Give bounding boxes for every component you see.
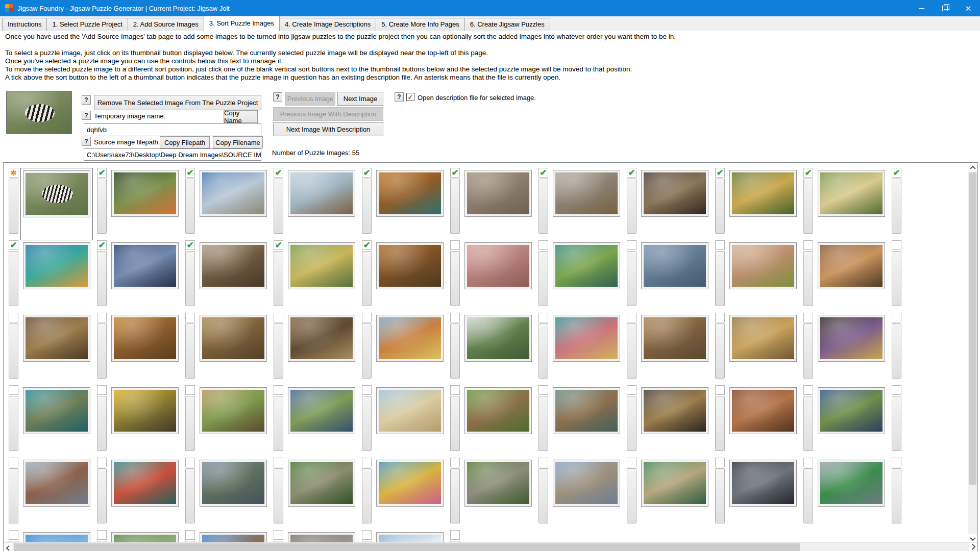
thumbnail-button-fawn-in-leaves[interactable]: [20, 313, 93, 385]
vertical-sort-button[interactable]: [627, 179, 636, 234]
thumbnail-button-canal-bridge-street[interactable]: [197, 458, 270, 530]
thumbnail-button-two-horses-pasture[interactable]: [462, 385, 534, 458]
vertical-sort-button[interactable]: [803, 468, 813, 523]
thumbnail-button-macaw-parrots[interactable]: [20, 240, 93, 313]
thumbnail-button-green-eye-closeup[interactable]: [727, 240, 799, 313]
temporary-image-name-input[interactable]: dqhfvb: [84, 123, 261, 136]
thumbnail-button-forest-stream-stones[interactable]: [727, 168, 799, 240]
scroll-left-button[interactable]: [4, 543, 12, 551]
vertical-sort-button[interactable]: [715, 251, 725, 306]
vertical-sort-button[interactable]: [274, 179, 283, 234]
vertical-sort-button[interactable]: [185, 323, 195, 379]
vertical-sort-button[interactable]: [538, 179, 548, 234]
minimize-button[interactable]: [910, 0, 933, 16]
vertical-sort-button[interactable]: [892, 251, 901, 306]
thumbnail-button-stone-archway-passage[interactable]: [639, 313, 711, 385]
scroll-right-button[interactable]: [969, 543, 977, 551]
vertical-sort-button[interactable]: [803, 179, 813, 234]
help-remove-icon[interactable]: ?: [82, 95, 91, 105]
vertical-sort-button[interactable]: [97, 179, 107, 234]
vertical-sort-button[interactable]: [97, 468, 107, 523]
vertical-sort-button[interactable]: [9, 251, 18, 306]
horizontal-scrollbar-thumb[interactable]: [14, 543, 800, 551]
tab-instructions[interactable]: Instructions: [2, 18, 47, 31]
vertical-sort-button[interactable]: [274, 468, 283, 523]
thumbnail-button-apples-and-jar[interactable]: [109, 168, 181, 240]
thumbnail-button-wooden-boats-harbor[interactable]: [197, 240, 270, 313]
vertical-sort-button[interactable]: [362, 396, 372, 451]
thumbnail-button-discus-fish-aquarium[interactable]: [374, 458, 446, 530]
vertical-sort-button[interactable]: [715, 179, 725, 234]
thumbnail-button-horses-at-trough[interactable]: [550, 385, 623, 458]
thumbnail-button-cruise-ship-sky[interactable]: [374, 530, 446, 543]
vertical-sort-button[interactable]: [627, 396, 636, 451]
vertical-scrollbar-thumb[interactable]: [969, 172, 976, 485]
thumbnail-button-stone-ruin-cottage[interactable]: [462, 458, 534, 530]
vertical-sort-button[interactable]: [362, 251, 372, 306]
thumbnail-button-skyline-blue-sky[interactable]: [20, 530, 93, 543]
source-filepath-input[interactable]: C:\Users\axe73\Desktop\Deep Dream Images…: [84, 148, 261, 161]
vertical-sort-button[interactable]: [97, 323, 107, 379]
vertical-sort-button[interactable]: [185, 468, 195, 523]
thumbnail-button-forest-waterfall[interactable]: [462, 313, 534, 385]
vertical-sort-button[interactable]: [274, 251, 283, 306]
thumbnail-button-grapes-cheese-still-life[interactable]: [815, 313, 888, 385]
open-description-checkbox[interactable]: ✓: [406, 93, 414, 101]
close-button[interactable]: ✕: [957, 0, 980, 16]
thumbnail-button-scarf-woman-portrait[interactable]: [462, 240, 534, 313]
vertical-sort-button[interactable]: [450, 468, 460, 523]
vertical-sort-button[interactable]: [450, 179, 460, 234]
vertical-sort-button[interactable]: [450, 396, 460, 451]
thumbnail-button-dog-group-portrait[interactable]: [285, 168, 358, 240]
vertical-sort-button[interactable]: [627, 323, 636, 379]
vertical-sort-button[interactable]: [362, 468, 372, 523]
thumbnail-button-wooden-coaster-clouds[interactable]: [197, 530, 270, 543]
vertical-sort-button[interactable]: [803, 251, 813, 306]
thumbnail-button-rock-cliff-face[interactable]: [285, 530, 358, 543]
thumbnail-button-lagoon-waterfall-pool[interactable]: [20, 385, 93, 458]
thumbnail-button-basilica-interior[interactable]: [197, 313, 270, 385]
vertical-sort-button[interactable]: [9, 396, 18, 451]
vertical-sort-button[interactable]: [450, 323, 460, 379]
thumbnail-button-green-city-tram[interactable]: [815, 458, 888, 530]
thumbnail-button-arc-de-triomphe[interactable]: [197, 168, 270, 240]
thumbnail-button-autumn-park-walk[interactable]: [285, 240, 358, 313]
vertical-sort-button[interactable]: [9, 468, 18, 523]
copy-name-button[interactable]: Copy Name: [224, 110, 258, 123]
vertical-sort-button[interactable]: [538, 468, 548, 523]
vertical-sort-button[interactable]: [9, 323, 18, 379]
thumbnail-button-castle-ruin-hilltop[interactable]: [550, 458, 623, 530]
copy-filename-button[interactable]: Copy Filename: [213, 136, 263, 148]
vertical-sort-button[interactable]: [803, 323, 813, 379]
thumbnail-button-autumn-farmhouse[interactable]: [727, 313, 799, 385]
vertical-sort-button[interactable]: [97, 251, 107, 306]
thumbnail-button-weathered-barn-clouds[interactable]: [20, 458, 93, 530]
thumbnail-button-colorful-canal-town[interactable]: [550, 313, 623, 385]
vertical-sort-button[interactable]: [362, 323, 372, 379]
vertical-sort-button[interactable]: [627, 251, 636, 306]
restore-button[interactable]: [933, 0, 957, 16]
vertical-sort-button[interactable]: [892, 396, 901, 451]
vertical-sort-button[interactable]: [274, 396, 283, 451]
vertical-sort-button[interactable]: [892, 468, 901, 523]
vertical-sort-button[interactable]: [274, 323, 283, 379]
tab-1-select-puzzle-project[interactable]: 1. Select Puzzle Project: [46, 18, 128, 31]
thumbnail-button-antique-bellows-camera[interactable]: [639, 385, 711, 458]
thumbnail-button-factory-interior[interactable]: [727, 458, 799, 530]
thumbnail-button-cathedral-square-dusk[interactable]: [109, 240, 181, 313]
next-image-button[interactable]: Next Image: [337, 92, 383, 106]
help-navigation-icon[interactable]: ?: [273, 92, 282, 102]
vertical-sort-button[interactable]: [538, 251, 548, 306]
thumbnail-button-straw-hat-still-life[interactable]: [550, 168, 623, 240]
thumbnail-button-column-monument-square[interactable]: [374, 385, 446, 458]
help-temp-name-icon[interactable]: ?: [82, 111, 91, 120]
thumbnail-button-blue-tractor[interactable]: [815, 385, 888, 458]
thumbnail-button-craftsmen-workshop[interactable]: [815, 240, 888, 313]
thumbnail-button-log-cabin-firewood[interactable]: [285, 313, 358, 385]
vertical-sort-button[interactable]: [538, 396, 548, 451]
vertical-sort-button[interactable]: [362, 179, 372, 234]
thumbnail-button-mountain-valley-waterfall[interactable]: [109, 530, 181, 543]
thumbnail-button-tropical-river-boats[interactable]: [639, 458, 711, 530]
scroll-down-button[interactable]: [968, 534, 977, 543]
vertical-sort-button[interactable]: [892, 323, 901, 379]
